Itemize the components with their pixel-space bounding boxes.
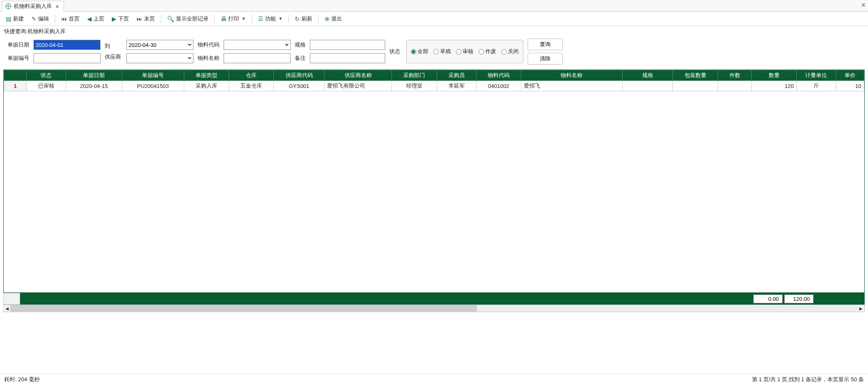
mat-name-label: 物料名称 bbox=[198, 54, 221, 62]
col-dept[interactable]: 采购部门 bbox=[392, 70, 437, 81]
tab-bar: 机物料采购入库 × × bbox=[0, 0, 868, 12]
radio-draft-input[interactable] bbox=[433, 49, 439, 54]
date-to-input[interactable] bbox=[126, 40, 193, 50]
grid-empty-area bbox=[4, 91, 864, 292]
filter-panel: 单据日期 单据编号 到 供应商 物料代码 物料名称 bbox=[0, 37, 868, 68]
radio-void[interactable]: 作废 bbox=[479, 48, 496, 55]
col-rownum[interactable] bbox=[4, 70, 27, 81]
scroll-right-icon[interactable]: ▶ bbox=[858, 306, 864, 311]
scroll-track[interactable] bbox=[10, 305, 858, 311]
summary-value-2: 120.00 bbox=[784, 295, 814, 303]
supplier-label: 供应商 bbox=[105, 53, 122, 61]
next-icon: ▶ bbox=[112, 16, 116, 22]
window-close-icon[interactable]: × bbox=[861, 1, 865, 10]
radio-closed-label: 关闭 bbox=[508, 48, 519, 55]
func-label: 功能 bbox=[265, 15, 276, 23]
col-status[interactable]: 状态 bbox=[26, 70, 66, 81]
cell-wh: 五金仓库 bbox=[229, 81, 273, 91]
cell-type: 采购入库 bbox=[184, 81, 229, 91]
print-icon: 🖶 bbox=[221, 16, 227, 22]
list-icon: ☰ bbox=[258, 16, 263, 22]
table-row[interactable]: 1 已审核 2020-04-15 PU20041503 采购入库 五金仓库 GY… bbox=[4, 81, 864, 91]
first-label: 首页 bbox=[69, 15, 80, 23]
radio-review-label: 审核 bbox=[463, 48, 474, 55]
edit-button[interactable]: ✎编辑 bbox=[29, 14, 52, 23]
clear-button[interactable]: 清除 bbox=[528, 53, 563, 65]
print-button[interactable]: 🖶打印▼ bbox=[218, 14, 248, 23]
first-icon: ⏮ bbox=[61, 16, 67, 22]
grid-header: 状态 单据日期 单据编号 单据类型 仓库 供应商代码 供应商名称 采购部门 采购… bbox=[4, 70, 864, 81]
new-label: 新建 bbox=[13, 15, 24, 23]
show-all-button[interactable]: 🔍显示全部记录 bbox=[165, 14, 211, 23]
radio-void-input[interactable] bbox=[479, 49, 484, 54]
radio-all-input[interactable] bbox=[411, 49, 416, 54]
date-from-input[interactable] bbox=[33, 40, 100, 50]
horizontal-scrollbar[interactable]: ◀ ▶ bbox=[3, 305, 865, 312]
mat-name-input[interactable] bbox=[224, 53, 291, 63]
refresh-icon: ↻ bbox=[295, 16, 300, 22]
col-type[interactable]: 单据类型 bbox=[184, 70, 229, 81]
cell-supcode: GYS001 bbox=[274, 81, 325, 91]
col-qty[interactable]: 数量 bbox=[752, 70, 796, 81]
function-button[interactable]: ☰功能▼ bbox=[255, 14, 285, 23]
col-supname[interactable]: 供应商名称 bbox=[325, 70, 392, 81]
remark-label: 备注 bbox=[295, 54, 307, 62]
col-spec[interactable]: 规格 bbox=[622, 70, 673, 81]
doc-no-input[interactable] bbox=[33, 53, 100, 63]
col-docno[interactable]: 单据编号 bbox=[122, 70, 184, 81]
col-price[interactable]: 单价 bbox=[836, 70, 864, 81]
cell-matcode: 0401002 bbox=[476, 81, 521, 91]
prev-icon: ◀ bbox=[87, 16, 92, 22]
tab-title: 机物料采购入库 bbox=[14, 3, 52, 10]
radio-void-label: 作废 bbox=[485, 48, 496, 55]
spec-label: 规格 bbox=[295, 41, 307, 49]
quick-query-label: 快捷查询:机物料采购入库 bbox=[0, 26, 868, 37]
last-page-button[interactable]: ⏭末页 bbox=[134, 14, 157, 23]
cell-dept: 经理室 bbox=[392, 81, 437, 91]
cell-docno: PU20041503 bbox=[122, 81, 184, 91]
supplier-input[interactable] bbox=[126, 53, 193, 63]
col-matname[interactable]: 物料名称 bbox=[521, 70, 623, 81]
refresh-button[interactable]: ↻刷新 bbox=[292, 14, 315, 23]
col-date[interactable]: 单据日期 bbox=[66, 70, 122, 81]
cell-supname: 爱招飞有限公司 bbox=[325, 81, 392, 91]
first-page-button[interactable]: ⏮首页 bbox=[59, 14, 82, 23]
prev-page-button[interactable]: ◀上页 bbox=[85, 14, 107, 23]
scroll-thumb[interactable] bbox=[10, 305, 476, 311]
exit-button[interactable]: ⊗退出 bbox=[322, 14, 345, 23]
radio-all-label: 全部 bbox=[417, 48, 428, 55]
col-buyer[interactable]: 采购员 bbox=[437, 70, 476, 81]
magnify-icon: 🔍 bbox=[167, 16, 174, 22]
radio-closed-input[interactable] bbox=[501, 49, 507, 54]
col-uom[interactable]: 计量单位 bbox=[796, 70, 836, 81]
col-wh[interactable]: 仓库 bbox=[229, 70, 273, 81]
radio-draft-label: 草稿 bbox=[440, 48, 451, 55]
radio-closed[interactable]: 关闭 bbox=[501, 48, 519, 55]
col-matcode[interactable]: 物料代码 bbox=[476, 70, 521, 81]
radio-draft[interactable]: 草稿 bbox=[433, 48, 451, 55]
next-page-button[interactable]: ▶下页 bbox=[109, 14, 131, 23]
new-button[interactable]: ▤新建 bbox=[3, 14, 26, 23]
status-label: 状态 bbox=[389, 48, 402, 55]
data-grid: 状态 单据日期 单据编号 单据类型 仓库 供应商代码 供应商名称 采购部门 采购… bbox=[3, 70, 865, 293]
col-supcode[interactable]: 供应商代码 bbox=[274, 70, 325, 81]
summary-row: 0.00 120.00 bbox=[3, 293, 865, 305]
doc-no-label: 单据编号 bbox=[8, 54, 31, 62]
radio-review[interactable]: 审核 bbox=[456, 48, 474, 55]
separator bbox=[161, 15, 161, 23]
tab-close-icon[interactable]: × bbox=[54, 3, 60, 10]
radio-review-input[interactable] bbox=[456, 49, 461, 54]
status-radio-group: 全部 草稿 审核 作废 关闭 bbox=[406, 40, 523, 63]
to-label: 到 bbox=[105, 42, 111, 50]
remark-input[interactable] bbox=[310, 53, 385, 63]
separator bbox=[214, 15, 215, 23]
tab-active[interactable]: 机物料采购入库 × bbox=[2, 1, 64, 12]
scroll-left-icon[interactable]: ◀ bbox=[4, 306, 10, 311]
col-pkgqty[interactable]: 包装数量 bbox=[673, 70, 718, 81]
radio-all[interactable]: 全部 bbox=[411, 48, 428, 55]
query-button[interactable]: 查询 bbox=[528, 39, 563, 50]
cell-date: 2020-04-15 bbox=[66, 81, 122, 91]
spec-input[interactable] bbox=[310, 40, 385, 50]
col-pcs[interactable]: 件数 bbox=[718, 70, 752, 81]
mat-code-input[interactable] bbox=[224, 40, 291, 50]
